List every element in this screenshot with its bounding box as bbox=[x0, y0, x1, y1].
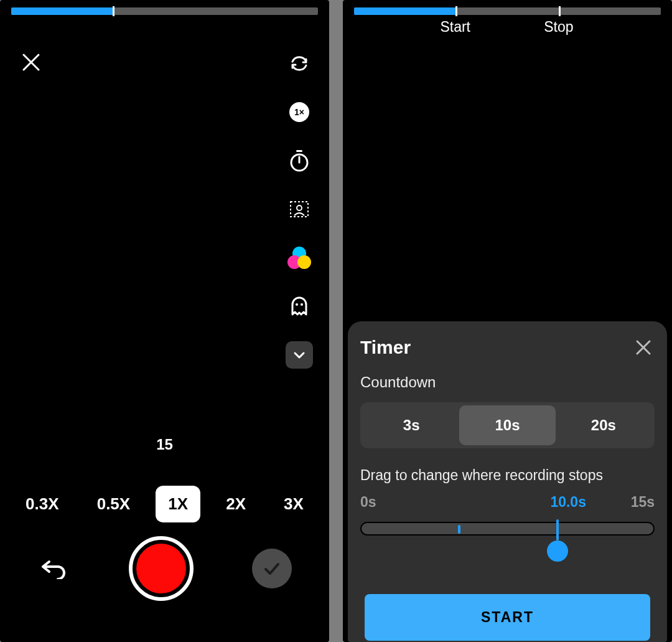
panel-close-button[interactable] bbox=[632, 336, 655, 359]
undo-button[interactable] bbox=[37, 552, 70, 585]
check-icon bbox=[263, 559, 281, 578]
start-countdown-button[interactable]: START bbox=[365, 594, 650, 641]
stop-slider-handle[interactable] bbox=[556, 519, 559, 541]
stop-marker-label: Stop bbox=[544, 19, 573, 35]
confirm-button[interactable] bbox=[252, 549, 292, 588]
stop-slider[interactable] bbox=[360, 522, 655, 559]
drag-instruction: Drag to change where recording stops bbox=[360, 467, 655, 484]
clip-duration: 15 bbox=[156, 436, 173, 453]
scale-min: 0s bbox=[360, 494, 376, 511]
filters-icon[interactable] bbox=[286, 244, 313, 271]
countdown-label: Countdown bbox=[360, 374, 655, 391]
record-button[interactable] bbox=[129, 536, 194, 601]
countdown-segmented[interactable]: 3s 10s 20s bbox=[360, 402, 655, 448]
timer-panel: Timer Countdown 3s 10s 20s Drag to chang… bbox=[348, 321, 667, 642]
speed-icon[interactable]: 1× bbox=[286, 98, 313, 126]
svg-rect-0 bbox=[296, 150, 302, 152]
timer-screen: Start Stop Timer Countdown 3s 10s 20s Dr… bbox=[343, 0, 672, 642]
speed-0-3x[interactable]: 0.3X bbox=[13, 486, 72, 522]
camera-screen: 1× 15 0.3X 0.5X 1X 2X 3X bbox=[0, 0, 329, 642]
flip-camera-icon[interactable] bbox=[286, 50, 313, 77]
scale-max: 15s bbox=[631, 494, 655, 511]
ghost-effect-icon[interactable] bbox=[286, 293, 313, 320]
chevron-down-icon bbox=[292, 347, 307, 362]
more-tools-button[interactable] bbox=[286, 341, 313, 369]
recording-progress bbox=[354, 7, 661, 15]
scale-current: 10.0s bbox=[550, 494, 586, 511]
countdown-3s[interactable]: 3s bbox=[363, 405, 459, 445]
stop-scale: 0s 10.0s 15s bbox=[360, 494, 655, 511]
speed-badge-label: 1× bbox=[289, 102, 309, 122]
speed-0-5x[interactable]: 0.5X bbox=[85, 486, 143, 522]
svg-point-6 bbox=[301, 303, 303, 306]
recording-progress bbox=[11, 7, 318, 15]
svg-point-5 bbox=[296, 303, 298, 306]
record-indicator bbox=[136, 544, 186, 593]
start-marker-label: Start bbox=[440, 19, 470, 35]
svg-point-4 bbox=[297, 205, 302, 210]
capture-controls bbox=[0, 536, 329, 601]
greenscreen-icon[interactable] bbox=[286, 196, 313, 223]
svg-rect-3 bbox=[291, 202, 308, 217]
tools-column: 1× bbox=[286, 50, 313, 369]
speed-2x[interactable]: 2X bbox=[213, 486, 258, 522]
speed-1x[interactable]: 1X bbox=[156, 486, 200, 522]
close-icon bbox=[635, 339, 652, 356]
close-button[interactable] bbox=[19, 50, 44, 75]
panel-title: Timer bbox=[360, 337, 411, 358]
countdown-20s[interactable]: 20s bbox=[556, 405, 651, 445]
speed-selector[interactable]: 0.3X 0.5X 1X 2X 3X bbox=[0, 486, 329, 522]
countdown-10s[interactable]: 10s bbox=[459, 405, 555, 445]
speed-3x[interactable]: 3X bbox=[271, 486, 316, 522]
timer-icon[interactable] bbox=[286, 147, 313, 174]
